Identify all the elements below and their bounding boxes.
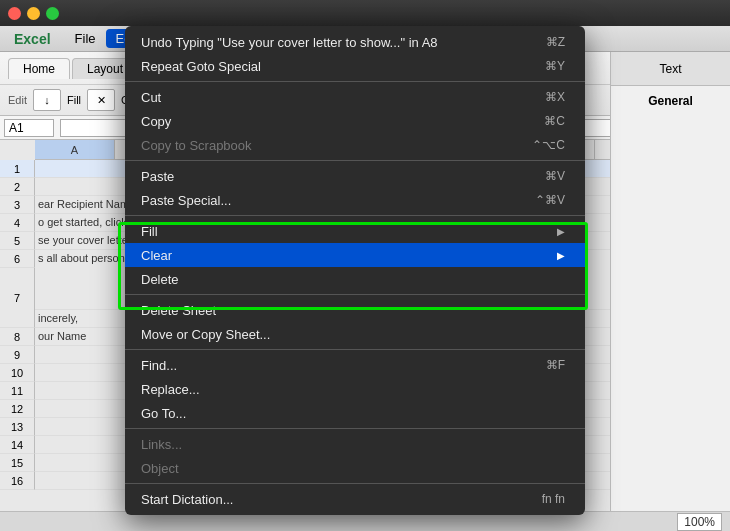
menu-item-repeat-label: Repeat Goto Special bbox=[141, 59, 261, 74]
menu-item-paste-label: Paste bbox=[141, 169, 174, 184]
menu-item-object: Object bbox=[125, 456, 585, 480]
cell-ref-value: A1 bbox=[9, 121, 24, 135]
menu-item-goto-label: Go To... bbox=[141, 406, 186, 421]
menu-item-clear-label: Clear bbox=[141, 248, 172, 263]
traffic-lights bbox=[8, 7, 59, 20]
menu-item-undo[interactable]: Undo Typing "Use your cover letter to sh… bbox=[125, 30, 585, 54]
menu-item-repeat[interactable]: Repeat Goto Special ⌘Y bbox=[125, 54, 585, 78]
row-header-4[interactable]: 4 bbox=[0, 214, 35, 232]
menu-item-undo-shortcut: ⌘Z bbox=[546, 35, 565, 49]
title-bar bbox=[0, 0, 730, 26]
menu-item-clear[interactable]: Clear ▶ bbox=[125, 243, 585, 267]
menu-item-links: Links... bbox=[125, 432, 585, 456]
edit-menu-dropdown: Undo Typing "Use your cover letter to sh… bbox=[125, 26, 585, 515]
menu-item-delete-label: Delete bbox=[141, 272, 179, 287]
menu-item-replace[interactable]: Replace... bbox=[125, 377, 585, 401]
menu-item-move-copy-sheet[interactable]: Move or Copy Sheet... bbox=[125, 322, 585, 346]
separator-5 bbox=[125, 349, 585, 350]
row-header-6[interactable]: 6 bbox=[0, 250, 35, 268]
menu-item-object-label: Object bbox=[141, 461, 179, 476]
row-headers: 1 2 3 4 5 6 7 8 9 10 11 12 13 14 15 16 bbox=[0, 160, 35, 511]
row-header-12[interactable]: 12 bbox=[0, 400, 35, 418]
menu-item-copy-scrapbook: Copy to Scrapbook ⌃⌥C bbox=[125, 133, 585, 157]
fill-arrow-icon: ▶ bbox=[557, 226, 565, 237]
toolbar-label-edit: Edit bbox=[8, 94, 27, 106]
minimize-button[interactable] bbox=[27, 7, 40, 20]
menu-item-cut-shortcut: ⌘X bbox=[545, 90, 565, 104]
zoom-controls: 100% bbox=[677, 513, 722, 531]
menu-item-delete-sheet[interactable]: Delete Sheet bbox=[125, 298, 585, 322]
menu-item-cut-label: Cut bbox=[141, 90, 161, 105]
menu-item-paste-special-shortcut: ⌃⌘V bbox=[535, 193, 565, 207]
col-header-a[interactable]: A bbox=[35, 140, 115, 159]
row-header-2[interactable]: 2 bbox=[0, 178, 35, 196]
row-header-1[interactable]: 1 bbox=[0, 160, 35, 178]
fill-button[interactable]: ↓ bbox=[33, 89, 61, 111]
row-header-11[interactable]: 11 bbox=[0, 382, 35, 400]
menu-item-copy[interactable]: Copy ⌘C bbox=[125, 109, 585, 133]
menu-item-move-copy-sheet-label: Move or Copy Sheet... bbox=[141, 327, 270, 342]
menu-item-links-label: Links... bbox=[141, 437, 182, 452]
separator-7 bbox=[125, 483, 585, 484]
close-button[interactable] bbox=[8, 7, 21, 20]
menu-item-copy-shortcut: ⌘C bbox=[544, 114, 565, 128]
row-header-13[interactable]: 13 bbox=[0, 418, 35, 436]
menu-item-paste-special-label: Paste Special... bbox=[141, 193, 231, 208]
excel-logo[interactable]: Excel bbox=[4, 29, 61, 49]
menu-item-goto[interactable]: Go To... bbox=[125, 401, 585, 425]
menu-file[interactable]: File bbox=[65, 29, 106, 48]
menu-item-dictation-label: Start Dictation... bbox=[141, 492, 233, 507]
menu-item-undo-label: Undo Typing "Use your cover letter to sh… bbox=[141, 35, 438, 50]
row-header-5[interactable]: 5 bbox=[0, 232, 35, 250]
row-header-9[interactable]: 9 bbox=[0, 346, 35, 364]
separator-2 bbox=[125, 160, 585, 161]
menu-item-fill[interactable]: Fill ▶ bbox=[125, 219, 585, 243]
menu-item-paste-shortcut: ⌘V bbox=[545, 169, 565, 183]
separator-6 bbox=[125, 428, 585, 429]
menu-item-dictation-shortcut: fn fn bbox=[542, 492, 565, 506]
row-header-3[interactable]: 3 bbox=[0, 196, 35, 214]
row-header-10[interactable]: 10 bbox=[0, 364, 35, 382]
clear-button-toolbar[interactable]: ✕ bbox=[87, 89, 115, 111]
menu-item-delete[interactable]: Delete bbox=[125, 267, 585, 291]
separator-3 bbox=[125, 215, 585, 216]
clear-arrow-icon: ▶ bbox=[557, 250, 565, 261]
right-panel-header: Text bbox=[611, 52, 730, 86]
zoom-percent[interactable]: 100% bbox=[677, 513, 722, 531]
menu-item-paste-special[interactable]: Paste Special... ⌃⌘V bbox=[125, 188, 585, 212]
fill-label: Fill bbox=[67, 94, 81, 106]
menu-item-delete-sheet-label: Delete Sheet bbox=[141, 303, 216, 318]
row-header-8[interactable]: 8 bbox=[0, 328, 35, 346]
maximize-button[interactable] bbox=[46, 7, 59, 20]
menu-item-find[interactable]: Find... ⌘F bbox=[125, 353, 585, 377]
right-panel-content: General bbox=[611, 86, 730, 120]
row-header-15[interactable]: 15 bbox=[0, 454, 35, 472]
tab-home[interactable]: Home bbox=[8, 58, 70, 79]
menu-item-paste[interactable]: Paste ⌘V bbox=[125, 164, 585, 188]
row-header-14[interactable]: 14 bbox=[0, 436, 35, 454]
right-panel-text-label: Text bbox=[659, 62, 681, 76]
menu-item-replace-label: Replace... bbox=[141, 382, 200, 397]
menu-item-find-label: Find... bbox=[141, 358, 177, 373]
separator-1 bbox=[125, 81, 585, 82]
menu-item-dictation[interactable]: Start Dictation... fn fn bbox=[125, 487, 585, 511]
zoom-percent-value: 100% bbox=[684, 515, 715, 529]
menu-item-copy-scrapbook-shortcut: ⌃⌥C bbox=[532, 138, 565, 152]
toolbar-tabs: Home Layout bbox=[8, 58, 140, 79]
separator-4 bbox=[125, 294, 585, 295]
format-label: General bbox=[619, 94, 722, 108]
menu-item-copy-scrapbook-label: Copy to Scrapbook bbox=[141, 138, 252, 153]
menu-item-copy-label: Copy bbox=[141, 114, 171, 129]
menu-item-fill-label: Fill bbox=[141, 224, 158, 239]
menu-item-repeat-shortcut: ⌘Y bbox=[545, 59, 565, 73]
cell-reference-box[interactable]: A1 bbox=[4, 119, 54, 137]
menu-item-cut[interactable]: Cut ⌘X bbox=[125, 85, 585, 109]
row-header-7[interactable]: 7 bbox=[0, 268, 35, 328]
right-panel: Text General bbox=[610, 52, 730, 531]
row-header-16[interactable]: 16 bbox=[0, 472, 35, 490]
menu-item-find-shortcut: ⌘F bbox=[546, 358, 565, 372]
